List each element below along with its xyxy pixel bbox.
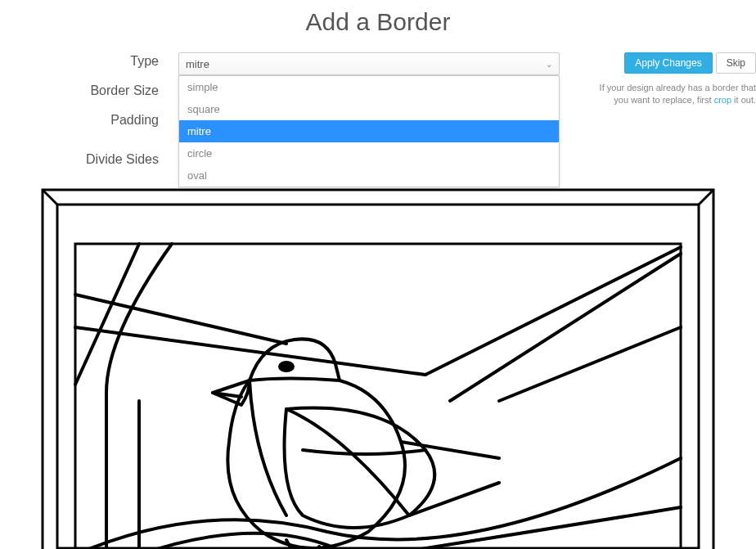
page-title: Add a Border bbox=[0, 8, 756, 36]
type-dropdown: simple square mitre circle oval bbox=[178, 75, 560, 187]
bird-eye bbox=[278, 361, 295, 372]
form-area: Type Border Size Padding Divide Sides mi… bbox=[0, 52, 756, 180]
option-square[interactable]: square bbox=[179, 98, 559, 120]
skip-button[interactable]: Skip bbox=[716, 52, 756, 74]
controls-column: mitre ⌄ simple square mitre circle oval bbox=[178, 52, 560, 75]
svg-line-2 bbox=[43, 190, 57, 205]
label-type: Type bbox=[0, 52, 159, 77]
chevron-down-icon: ⌄ bbox=[546, 60, 552, 69]
option-simple[interactable]: simple bbox=[179, 76, 559, 98]
type-select-value: mitre bbox=[186, 58, 209, 70]
type-select[interactable]: mitre ⌄ bbox=[178, 52, 560, 75]
label-padding: Padding bbox=[0, 111, 159, 136]
option-oval[interactable]: oval bbox=[179, 164, 559, 187]
label-border-size: Border Size bbox=[0, 82, 159, 106]
preview-svg bbox=[41, 188, 715, 549]
help-suffix: it out. bbox=[731, 95, 756, 105]
apply-changes-button[interactable]: Apply Changes bbox=[624, 52, 712, 74]
label-divide-sides: Divide Sides bbox=[0, 151, 159, 175]
labels-column: Type Border Size Padding Divide Sides bbox=[0, 52, 178, 180]
help-text: If your design already has a border that… bbox=[584, 82, 756, 107]
svg-rect-4 bbox=[75, 244, 681, 549]
svg-line-3 bbox=[699, 190, 713, 205]
svg-rect-1 bbox=[57, 205, 699, 548]
option-circle[interactable]: circle bbox=[179, 142, 559, 164]
option-mitre[interactable]: mitre bbox=[179, 120, 559, 142]
button-row: Apply Changes Skip bbox=[584, 52, 756, 74]
right-column: Apply Changes Skip If your design alread… bbox=[560, 52, 756, 107]
design-preview bbox=[41, 188, 715, 549]
crop-link[interactable]: crop bbox=[714, 95, 731, 105]
